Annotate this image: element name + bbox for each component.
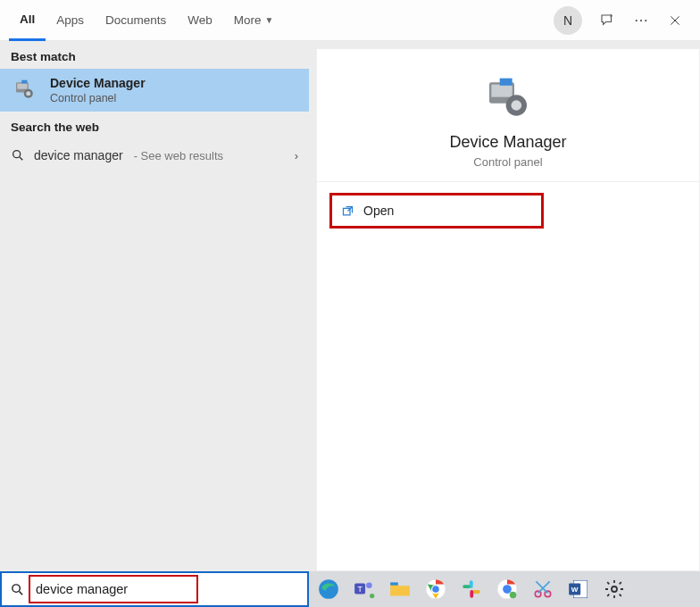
svg-point-6 [26,91,30,96]
chevron-right-icon: › [295,149,298,162]
result-title: Device Manager [50,76,146,90]
search-web-header: Search the web [0,112,309,139]
device-manager-icon [11,76,39,104]
svg-point-2 [645,19,646,21]
svg-text:T: T [357,585,362,594]
taskbar-settings-icon[interactable] [600,575,629,603]
svg-rect-11 [500,79,512,86]
taskbar-word-icon[interactable]: W [564,575,593,603]
svg-point-8 [13,151,21,158]
search-icon [2,582,32,597]
feedback-icon[interactable] [598,12,616,29]
result-subtitle: Control panel [50,92,146,104]
svg-point-19 [366,582,372,588]
web-result-row[interactable]: device manager - See web results › [0,139,309,171]
web-result-query: device manager [34,148,123,162]
device-manager-large-icon [483,74,533,124]
search-result-tabs: All Apps Documents Web More ▼ N [0,0,700,41]
svg-rect-28 [470,590,473,598]
search-icon [11,148,25,162]
close-icon[interactable] [666,12,684,29]
svg-rect-7 [21,80,27,84]
svg-rect-27 [472,590,480,594]
tab-apps[interactable]: Apps [46,0,95,41]
results-pane: Best match Device Manager Control panel … [0,41,309,571]
svg-point-32 [510,592,517,599]
open-button[interactable]: Open [329,193,544,229]
svg-rect-21 [390,582,398,585]
result-device-manager[interactable]: Device Manager Control panel [0,69,309,112]
svg-rect-29 [462,585,471,588]
tab-documents[interactable]: Documents [95,0,177,41]
taskbar-slack-icon[interactable] [457,575,486,603]
best-match-header: Best match [0,41,309,69]
web-result-hint: - See web results [134,149,223,162]
tab-more-label: More [234,13,262,27]
tab-all[interactable]: All [9,0,46,41]
svg-text:W: W [571,586,579,594]
detail-subtitle: Control panel [326,155,690,169]
tab-web[interactable]: Web [177,0,223,41]
svg-rect-10 [491,85,512,97]
svg-point-0 [636,19,638,21]
svg-point-31 [503,585,512,594]
svg-rect-4 [17,84,27,89]
chevron-down-icon: ▼ [265,15,274,25]
svg-point-15 [12,584,19,592]
more-options-icon[interactable] [632,12,650,29]
detail-pane: Device Manager Control panel Open [316,48,700,571]
svg-point-13 [512,100,522,111]
taskbar-file-explorer-icon[interactable] [386,575,414,603]
taskbar-teams-icon[interactable]: T [350,575,379,603]
open-label: Open [363,204,394,218]
taskbar-chrome-canary-icon[interactable] [493,575,521,603]
search-box[interactable] [0,571,309,607]
svg-point-20 [370,594,374,598]
detail-title: Device Manager [326,133,690,152]
search-input[interactable] [32,574,208,604]
open-icon [341,204,354,218]
svg-point-38 [612,586,617,592]
taskbar-chrome-icon[interactable] [421,575,450,603]
avatar[interactable]: N [554,6,582,35]
taskbar: T W [0,571,700,607]
taskbar-snip-icon[interactable] [529,575,557,603]
svg-point-1 [640,19,642,21]
svg-point-16 [319,579,338,599]
taskbar-edge-icon[interactable] [314,575,343,603]
tab-more[interactable]: More ▼ [223,0,285,41]
